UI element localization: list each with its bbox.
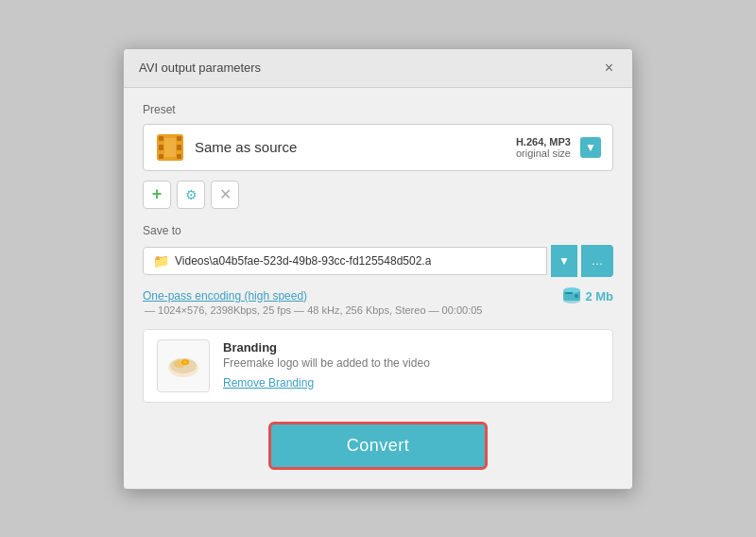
close-button[interactable]: × [601,59,617,78]
browse-button[interactable]: … [581,245,613,277]
preset-codec: H.264, MP3 [516,136,571,147]
branding-title: Branding [223,340,430,355]
encoding-info: One-pass encoding (high speed) — 1024×57… [143,286,482,316]
svg-rect-2 [177,136,181,141]
encoding-details: — 1024×576, 2398Kbps, 25 fps — 48 kHz, 2… [145,304,482,316]
svg-rect-5 [159,145,163,150]
disk-icon [562,286,581,306]
preset-size: original size [516,147,571,159]
add-icon: + [152,184,163,204]
svg-rect-4 [177,154,181,159]
path-text: Videos\a04b5fae-523d-49b8-93cc-fd125548d… [175,254,431,268]
convert-btn-wrapper: Convert [143,422,613,470]
remove-branding-link[interactable]: Remove Branding [223,376,314,390]
folder-icon: 📁 [153,253,169,268]
preset-name: Same as source [195,139,297,155]
svg-rect-12 [565,292,573,294]
dialog-title: AVI output parameters [139,61,261,75]
preset-info: H.264, MP3 original size [516,136,571,159]
save-to-label: Save to [143,224,613,237]
film-icon [155,132,185,163]
branding-section: Branding Freemake logo will be added to … [143,329,613,403]
convert-button[interactable]: Convert [268,422,489,470]
add-preset-button[interactable]: + [143,181,171,209]
remove-preset-button[interactable]: ✕ [211,181,239,209]
dropdown-arrow-icon: ▼ [580,137,601,158]
svg-rect-3 [159,154,163,159]
chevron-down-icon: ▼ [558,254,570,268]
dialog-titlebar: AVI output parameters × [124,49,632,88]
svg-rect-7 [164,138,176,157]
svg-point-17 [183,360,187,363]
preset-tools: + ⚙ ✕ [143,181,613,209]
svg-rect-6 [177,145,181,150]
branding-text: Branding Freemake logo will be added to … [223,340,430,390]
preset-dropdown[interactable]: Same as source H.264, MP3 original size … [143,124,613,171]
filesize: 2 Mb [562,286,613,306]
preset-label: Preset [143,103,613,116]
branding-icon [157,339,210,392]
encoding-link[interactable]: One-pass encoding (high speed) [143,289,307,303]
preset-left: Same as source [155,132,297,163]
gear-icon: ⚙ [185,187,198,202]
encoding-section: One-pass encoding (high speed) — 1024×57… [143,286,613,316]
svg-rect-1 [159,136,163,141]
encoding-row: One-pass encoding (high speed) — 1024×57… [143,286,613,316]
svg-point-11 [575,294,578,298]
save-to-row: 📁 Videos\a04b5fae-523d-49b8-93cc-fd12554… [143,245,613,277]
dialog-body: Preset Same as source [124,88,632,489]
ellipsis-icon: … [592,253,604,268]
path-dropdown-button[interactable]: ▼ [551,245,577,277]
branding-description: Freemake logo will be added to the video [223,356,430,370]
path-input[interactable]: 📁 Videos\a04b5fae-523d-49b8-93cc-fd12554… [143,247,547,275]
remove-icon: ✕ [219,185,232,203]
filesize-value: 2 Mb [585,289,613,303]
settings-button[interactable]: ⚙ [177,181,205,209]
preset-right: H.264, MP3 original size ▼ [516,136,601,159]
avi-output-dialog: AVI output parameters × Preset [123,48,633,490]
